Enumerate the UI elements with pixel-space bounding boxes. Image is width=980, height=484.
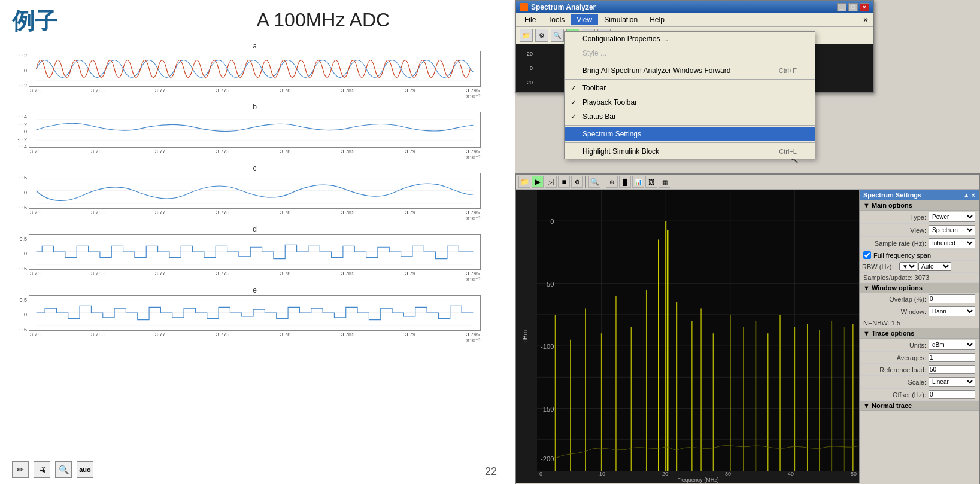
view-label: View: <box>863 227 929 234</box>
bottom-toolbar-img[interactable]: 🖼 <box>645 176 657 188</box>
chart-c-xaxis: 3.76 3.765 3.77 3.775 3.78 3.785 3.79 3.… <box>29 209 481 215</box>
menu-highlight-block[interactable]: Highlight Simulink Block Ctrl+L <box>565 144 815 159</box>
status-bar-checkmark: ✓ <box>571 112 577 121</box>
ref-load-input[interactable] <box>929 365 975 374</box>
main-options-header[interactable]: ▼ Main options <box>860 200 979 211</box>
ref-load-row: Reference load: <box>860 364 979 376</box>
offset-input[interactable] <box>929 390 975 399</box>
menu-bring-forward[interactable]: Bring All Spectrum Analyzer Windows Forw… <box>565 63 815 78</box>
overlap-input[interactable] <box>929 294 975 303</box>
menu-playback-toolbar[interactable]: ✓ Playback Toolbar <box>565 95 815 109</box>
bottom-toolbar-table[interactable]: ▦ <box>659 176 670 188</box>
chart-b-container: 0.4 0.2 0 -0.2 -0.4 b 3.76 3.765 <box>12 103 503 160</box>
svg-text:-100: -100 <box>541 343 554 350</box>
sa-titlebar-icon <box>520 3 528 11</box>
menu-playback-toolbar-wrap: ✓ Playback Toolbar <box>565 95 815 109</box>
chart-a-container: 0.2 0 -0.2 a 3.76 <box>12 42 503 99</box>
chart-e-yticks: 0.5 0 -0.5 <box>12 297 29 333</box>
menu-toolbar[interactable]: ✓ Toolbar <box>565 81 815 95</box>
right-panel: Spectrum Analyzer _ □ × File Tools View … <box>515 0 980 484</box>
sample-rate-select[interactable]: Inherited <box>929 238 975 248</box>
bottom-toolbar-bar[interactable]: ▐▌ <box>619 176 631 188</box>
chart-c-title: c <box>29 164 481 172</box>
bottom-toolbar-cursor[interactable]: ⊕ <box>606 176 618 188</box>
separator-3 <box>565 125 815 126</box>
chart-e-container: 0.5 0 -0.5 e 3.76 3.765 3.77 <box>12 286 503 343</box>
settings-pin-close[interactable]: ▲ × <box>963 191 975 199</box>
playback-toolbar-checkmark: ✓ <box>571 98 577 106</box>
separator-2 <box>565 79 815 80</box>
sa-spectrum-xaxis: 0 10 20 30 40 50 Frequency (MHz) <box>537 471 859 483</box>
rbw-select1[interactable]: ▼ <box>899 262 917 271</box>
menu-style[interactable]: Style ... <box>565 46 815 60</box>
chart-a-wrap: a 3.76 3.765 3.77 3.775 <box>29 42 481 99</box>
window-select[interactable]: Hann <box>929 306 975 316</box>
units-label: Units: <box>863 342 929 349</box>
print-button[interactable]: 🖨 <box>34 461 50 478</box>
chart-a-svg <box>29 51 481 87</box>
sa-chart-yaxis: 20 0 -20 <box>516 44 534 92</box>
units-row: Units: dBm <box>860 339 979 352</box>
full-freq-checkbox[interactable] <box>863 251 871 259</box>
scale-select[interactable]: Linear <box>929 377 975 387</box>
averages-label: Averages: <box>863 354 929 361</box>
svg-text:-50: -50 <box>544 281 554 288</box>
search-button[interactable]: 🔍 <box>55 461 72 478</box>
menu-config-properties[interactable]: Configuration Properties ... <box>565 32 815 46</box>
auo-button[interactable]: auo <box>77 461 93 478</box>
svg-text:-150: -150 <box>541 406 554 413</box>
sa-menubar: File Tools View Simulation Help » <box>516 13 873 27</box>
maximize-button[interactable]: □ <box>848 3 858 11</box>
minimize-button[interactable]: _ <box>837 3 846 11</box>
close-button[interactable]: × <box>860 3 869 11</box>
type-select[interactable]: Power <box>929 212 975 222</box>
pencil-button[interactable]: ✏ <box>12 461 29 478</box>
sa-bottom-content: dBm <box>516 190 979 483</box>
charts-area: 0.2 0 -0.2 a 3.76 <box>12 42 503 347</box>
chart-c-wrap: c 3.76 3.765 3.77 3.775 3.78 3.785 3.79 <box>29 164 481 221</box>
sample-rate-label: Sample rate (Hz): <box>863 240 929 247</box>
menu-help[interactable]: Help <box>644 14 670 25</box>
view-select[interactable]: Spectrum <box>929 225 975 235</box>
sa-spectrum-ylabel-container: dBm <box>516 190 534 483</box>
bottom-toolbar-step[interactable]: ▷| <box>545 176 557 188</box>
menu-spectrum-settings[interactable]: Spectrum Settings <box>565 127 815 141</box>
bottom-toolbar-chart[interactable]: 📊 <box>632 176 644 188</box>
averages-input[interactable] <box>929 353 975 362</box>
menu-toolbar-wrap: ✓ Toolbar <box>565 81 815 95</box>
menu-expand[interactable]: » <box>670 14 870 25</box>
rbw-select2[interactable]: Auto <box>918 262 951 271</box>
full-freq-label: Full frequency span <box>873 252 931 259</box>
toolbar-settings-btn[interactable]: ⚙ <box>535 29 548 42</box>
trace-options-header[interactable]: ▼ Trace options <box>860 328 979 339</box>
bottom-toolbar-zoom[interactable]: 🔍 <box>588 176 600 188</box>
chart-a-xscale: ×10⁻⁵ <box>29 93 481 99</box>
bottom-toolbar-stop[interactable]: ■ <box>558 176 570 188</box>
offset-row: Offset (Hz): <box>860 389 979 401</box>
chart-d-container: 0.5 0 -0.5 d 3.76 3.765 3.77 <box>12 225 503 282</box>
toolbar-zoom-btn[interactable]: 🔍 <box>551 29 564 42</box>
units-select[interactable]: dBm <box>929 340 975 350</box>
menu-view[interactable]: View <box>571 14 598 25</box>
menu-status-bar[interactable]: ✓ Status Bar <box>565 109 815 124</box>
separator-4 <box>565 142 815 143</box>
chart-d-title: d <box>29 225 481 233</box>
normal-trace-header[interactable]: ▼ Normal trace <box>860 401 979 411</box>
nenbw-row: NENBW: 1.5 <box>860 318 979 328</box>
chart-d-xscale: ×10⁻⁵ <box>29 276 481 282</box>
bottom-toolbar-folder[interactable]: 📁 <box>518 176 530 188</box>
bottom-toolbar-play[interactable]: ▶ <box>532 176 544 188</box>
menu-simulation[interactable]: Simulation <box>598 14 644 25</box>
spectrum-analyzer-window: Spectrum Analyzer _ □ × File Tools View … <box>515 0 874 93</box>
bottom-toolbar-settings[interactable]: ⚙ <box>571 176 583 188</box>
menu-spectrum-settings-wrap: Spectrum Settings <box>565 127 815 141</box>
chart-e-xscale: ×10⁻⁵ <box>29 337 481 343</box>
toolbar-folder-btn[interactable]: 📁 <box>520 29 533 42</box>
window-options-header[interactable]: ▼ Window options <box>860 283 979 293</box>
menu-tools[interactable]: Tools <box>542 14 571 25</box>
chart-a-xaxis: 3.76 3.765 3.77 3.775 3.78 3.785 3.79 3.… <box>29 87 481 93</box>
chart-c-svg <box>29 173 481 209</box>
chart-b-title: b <box>29 103 481 111</box>
menu-file[interactable]: File <box>518 14 542 25</box>
chart-b-wrap: b 3.76 3.765 3.77 3.775 3.78 3.785 3. <box>29 103 481 160</box>
